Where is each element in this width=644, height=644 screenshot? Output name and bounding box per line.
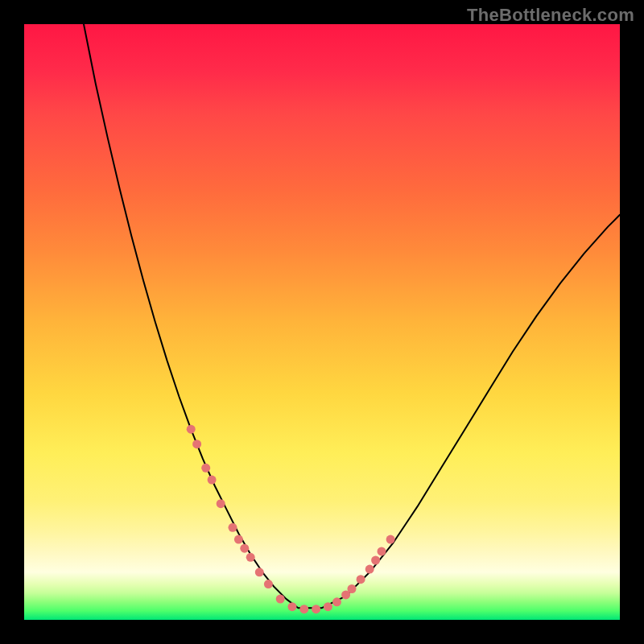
highlight-dot: [348, 584, 357, 593]
highlight-dot: [357, 575, 365, 584]
highlight-dot: [192, 440, 201, 448]
highlight-dot: [229, 523, 237, 532]
chart-highlight-dots: [187, 425, 395, 614]
highlight-dot: [386, 535, 395, 544]
highlight-dot: [264, 580, 273, 588]
highlight-dot: [371, 556, 380, 565]
highlight-dot: [332, 597, 341, 606]
chart-svg: [24, 24, 620, 620]
highlight-dot: [246, 553, 255, 562]
highlight-dot: [187, 425, 196, 434]
highlight-dot: [288, 602, 297, 611]
highlight-dot: [255, 568, 264, 576]
highlight-dot: [234, 535, 243, 544]
highlight-dot: [324, 602, 332, 611]
chart-plot-area: [24, 24, 620, 620]
watermark-text: TheBottleneck.com: [467, 5, 634, 26]
highlight-dot: [208, 476, 217, 485]
highlight-dot: [299, 605, 308, 613]
chart-curve: [84, 24, 620, 608]
highlight-dot: [312, 605, 320, 613]
highlight-dot: [201, 464, 210, 473]
highlight-dot: [240, 544, 249, 553]
highlight-dot: [378, 547, 386, 555]
highlight-dot: [217, 499, 225, 508]
highlight-dot: [365, 565, 374, 574]
highlight-dot: [276, 595, 285, 604]
